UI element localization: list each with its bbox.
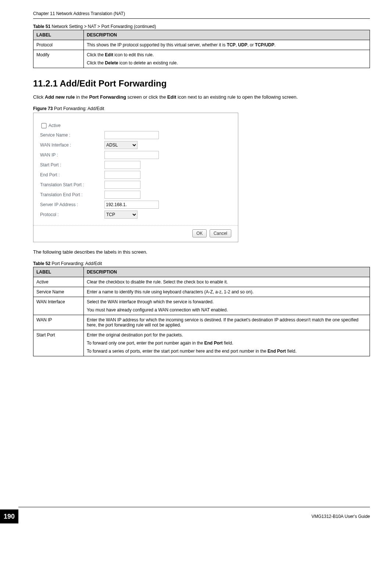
table-row: WAN Interface Select the WAN interface t… xyxy=(33,297,370,315)
text: icon to delete an existing rule. xyxy=(118,60,178,66)
text: screen or click the xyxy=(126,94,167,100)
ok-button[interactable]: OK xyxy=(192,229,207,237)
page-footer: 190 VMG1312-B10A User's Guide xyxy=(0,507,392,523)
text: Click xyxy=(33,94,45,100)
bold: Port Forwarding xyxy=(89,94,126,100)
table51-col-desc: DESCRIPTION xyxy=(84,30,370,40)
line: To forward only one port, enter the port… xyxy=(87,341,367,346)
text: Click the xyxy=(87,52,105,57)
text: To forward a series of ports, enter the … xyxy=(87,349,268,354)
table-header-row: LABEL DESCRIPTION xyxy=(33,30,370,40)
spacer xyxy=(87,304,367,307)
figure-caption-text: Port Forwarding: Add/Edit xyxy=(53,106,104,111)
line: Enter the original destination port for … xyxy=(87,332,367,338)
trans-start-row: Translation Start Port : xyxy=(40,181,231,189)
line: You must have already configured a WAN c… xyxy=(87,307,367,313)
table52-caption: Table 52 Port Forwarding: Add/Edit xyxy=(33,261,370,266)
start-port-row: Start Port : xyxy=(40,161,231,169)
wan-ip-row: WAN IP : xyxy=(40,151,231,159)
table-row: Active Clear the checkbox to disable the… xyxy=(33,277,370,287)
bold: Edit xyxy=(105,52,113,57)
line: To forward a series of ports, enter the … xyxy=(87,349,367,354)
service-name-input[interactable] xyxy=(104,131,159,139)
table-row: Start Port Enter the original destinatio… xyxy=(33,330,370,356)
table51-caption-text: Network Setting > NAT > Port Forwarding … xyxy=(50,24,156,29)
cell-label: WAN Interface xyxy=(33,297,84,315)
bold: End Port xyxy=(268,349,286,354)
cell-desc: Click the Edit icon to edit this rule. C… xyxy=(84,50,370,68)
protocol-select[interactable]: TCP xyxy=(104,211,138,219)
active-checkbox[interactable] xyxy=(41,123,46,128)
cell-desc: Select the WAN interface through which t… xyxy=(84,297,370,315)
cancel-button[interactable]: Cancel xyxy=(210,229,231,237)
table51: LABEL DESCRIPTION Protocol This shows th… xyxy=(33,30,370,68)
wan-interface-row: WAN Interface : ADSL xyxy=(40,141,231,149)
bold: End Port xyxy=(204,341,223,346)
wan-ip-input[interactable] xyxy=(104,151,159,159)
table52-col-desc: DESCRIPTION xyxy=(84,267,370,277)
trans-end-input[interactable] xyxy=(104,191,140,199)
line: Click the Delete icon to delete an exist… xyxy=(87,60,367,66)
active-row: Active xyxy=(40,122,231,129)
figure-caption-num: Figure 73 xyxy=(33,106,53,111)
server-ip-label: Server IP Address : xyxy=(40,202,104,207)
table52: LABEL DESCRIPTION Active Clear the check… xyxy=(33,267,370,356)
active-label: Active xyxy=(49,123,61,128)
text: Click the xyxy=(87,60,105,66)
text: field. xyxy=(286,349,297,354)
table-row: Protocol This shows the IP protocol supp… xyxy=(33,40,370,50)
server-ip-input[interactable] xyxy=(104,201,159,209)
text: . xyxy=(274,42,275,47)
start-port-label: Start Port : xyxy=(40,162,104,167)
running-head: Chapter 11 Network Address Translation (… xyxy=(33,11,370,16)
bold: Add new rule xyxy=(45,94,75,100)
line: Click the Edit icon to edit this rule. xyxy=(87,52,367,57)
table-header-row: LABEL DESCRIPTION xyxy=(33,267,370,277)
section-paragraph: Click Add new rule in the Port Forwardin… xyxy=(33,94,370,101)
protocol-label: Protocol : xyxy=(40,212,104,217)
trans-end-row: Translation End Port : xyxy=(40,191,231,199)
bold: UDP xyxy=(238,42,247,47)
wan-ip-label: WAN IP : xyxy=(40,152,104,158)
dialog-button-bar: OK Cancel xyxy=(40,226,231,242)
text: To forward only one port, enter the port… xyxy=(87,341,204,346)
text: This shows the IP protocol supported by … xyxy=(87,42,227,47)
text: icon next to an existing rule to open th… xyxy=(176,94,297,100)
spacer xyxy=(87,57,367,60)
text: icon to edit this rule. xyxy=(113,52,154,57)
figure-caption: Figure 73 Port Forwarding: Add/Edit xyxy=(33,106,370,111)
cell-label: Active xyxy=(33,277,84,287)
service-name-label: Service Name : xyxy=(40,133,104,138)
table52-caption-num: Table 52 xyxy=(33,261,50,266)
start-port-input[interactable] xyxy=(104,161,140,169)
footer-row: 190 VMG1312-B10A User's Guide xyxy=(0,509,370,523)
text: in the xyxy=(75,94,89,100)
trans-start-input[interactable] xyxy=(104,181,140,189)
text: , or xyxy=(247,42,255,47)
protocol-row: Protocol : TCP xyxy=(40,211,231,219)
between-paragraph: The following table describes the labels… xyxy=(33,249,370,256)
cell-label: WAN IP xyxy=(33,315,84,330)
table-row: WAN IP Enter the WAN IP address for whic… xyxy=(33,315,370,330)
section-heading: 11.2.1 Add/Edit Port Forwarding xyxy=(33,78,370,89)
end-port-label: End Port : xyxy=(40,172,104,177)
cell-label: Protocol xyxy=(33,40,84,50)
table52-col-label: LABEL xyxy=(33,267,84,277)
table-row: Modify Click the Edit icon to edit this … xyxy=(33,50,370,68)
wan-interface-label: WAN Interface : xyxy=(40,142,104,148)
bold: TCP xyxy=(227,42,236,47)
table51-caption: Table 51 Network Setting > NAT > Port Fo… xyxy=(33,24,370,29)
cell-desc: Enter a name to identify this rule using… xyxy=(84,287,370,297)
trans-end-label: Translation End Port : xyxy=(40,192,104,197)
server-ip-row: Server IP Address : xyxy=(40,201,231,209)
text: field. xyxy=(223,341,234,346)
table51-caption-num: Table 51 xyxy=(33,24,50,29)
end-port-input[interactable] xyxy=(104,171,140,179)
bold: TCP/UDP xyxy=(255,42,274,47)
cell-label: Modify xyxy=(33,50,84,68)
cell-label: Start Port xyxy=(33,330,84,356)
end-port-row: End Port : xyxy=(40,171,231,179)
table52-caption-text: Port Forwarding: Add/Edit xyxy=(50,261,102,266)
wan-interface-select[interactable]: ADSL xyxy=(104,141,138,149)
spacer xyxy=(87,338,367,341)
